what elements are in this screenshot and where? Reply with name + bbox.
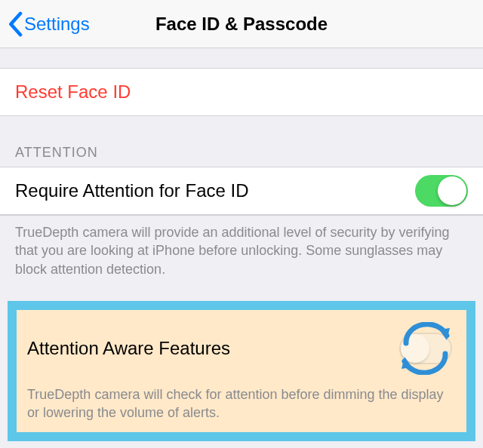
back-label: Settings [24,14,90,35]
toggle-knob [438,176,466,205]
attention-aware-toggle[interactable] [399,333,452,364]
attention-aware-label: Attention Aware Features [27,338,395,359]
reset-face-id-label: Reset Face ID [15,81,131,103]
require-attention-row[interactable]: Require Attention for Face ID [0,167,483,214]
require-attention-label: Require Attention for Face ID [15,180,415,201]
require-attention-footer: TrueDepth camera will provide an additio… [0,215,483,290]
require-attention-toggle[interactable] [415,175,468,207]
attention-section-header: ATTENTION [0,116,483,167]
require-attention-group: Require Attention for Face ID [0,167,483,215]
navbar: Settings Face ID & Passcode [0,0,483,48]
reset-face-id-row[interactable]: Reset Face ID [0,69,483,115]
back-button[interactable]: Settings [8,11,90,37]
reset-group: Reset Face ID [0,68,483,116]
attention-aware-row[interactable]: Attention Aware Features [17,310,466,381]
attention-aware-toggle-wrap [395,322,456,375]
attention-aware-footer: TrueDepth camera will check for attentio… [17,381,466,433]
toggle-knob [401,334,429,363]
chevron-left-icon [8,11,23,37]
attention-aware-highlight: Attention Aware Features TrueDepth camer… [8,301,475,442]
